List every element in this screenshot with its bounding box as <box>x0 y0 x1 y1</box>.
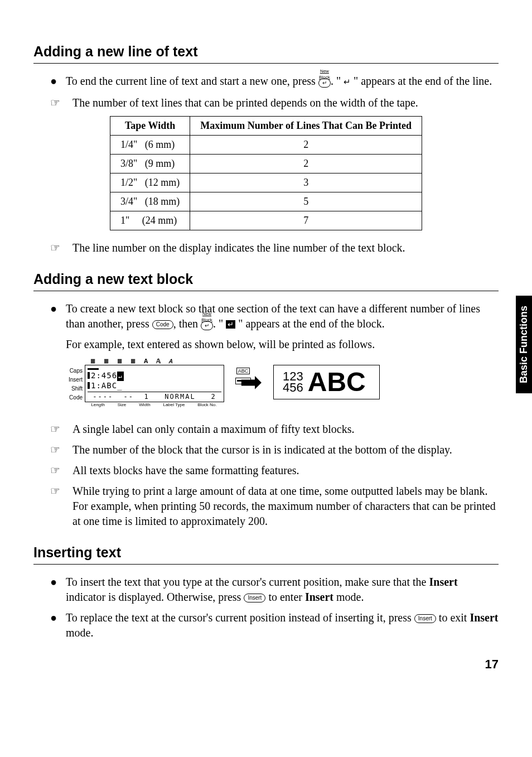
bold-insert: Insert <box>305 591 333 603</box>
bold-insert: Insert <box>429 576 457 588</box>
lcd-body: 2:456↵ 1:ABC_ ---- -- 1 NORMAL 2 <box>85 365 224 402</box>
lcd-caption: Width <box>139 402 150 407</box>
cell-width: 1" (24 mm) <box>110 211 190 230</box>
cell-width: 1/2" (12 mm) <box>110 173 190 192</box>
note-text: The number of text lines that can be pri… <box>72 95 499 110</box>
abc-box-icon: ABC <box>236 368 250 374</box>
lcd-label: Insert <box>61 375 83 384</box>
tape-box-icon <box>235 378 251 384</box>
lcd-status: ---- -- 1 NORMAL 2 <box>88 392 221 401</box>
bullet-content: To insert the text that you type at the … <box>66 575 499 605</box>
lcd-caption: Size <box>118 402 127 407</box>
note-line-count: ☞ The number of text lines that can be p… <box>50 95 499 110</box>
note-marker-icon: ☞ <box>50 240 72 255</box>
text: For example, text entered as shown below… <box>66 338 375 350</box>
bullet-insert-exit: ● To replace the text at the cursor's cu… <box>50 610 499 640</box>
tape-width-table: Tape Width Maximum Number of Lines That … <box>110 116 422 230</box>
bullet-content: To end the current line of text and star… <box>66 74 499 90</box>
note-item: ☞A single label can only contain a maxim… <box>50 422 499 437</box>
printed-col1: 123 456 <box>283 371 303 393</box>
note-marker-icon: ☞ <box>50 95 72 110</box>
lcd-right-icons: ABC <box>235 368 251 385</box>
text: To replace the text at the cursor's curr… <box>66 611 414 624</box>
return-key-icon: ↵ <box>318 79 331 88</box>
note-item: ☞While trying to print a large amount of… <box>50 484 499 529</box>
printed-output: 123 456 ABC <box>273 365 380 399</box>
text: . " <box>213 317 226 330</box>
text: To end the current line of text and star… <box>66 75 318 87</box>
th-tape-width: Tape Width <box>110 116 190 135</box>
text: " appears at the end of the block. <box>235 317 385 330</box>
note-line-number: ☞ The line number on the display indicat… <box>50 240 499 255</box>
note-text: The number of the block that the cursor … <box>72 442 499 457</box>
page-number: 17 <box>33 657 499 672</box>
table-row: 1/4" (6 mm)2 <box>110 135 422 154</box>
insert-key-icon: Insert <box>244 594 265 602</box>
text: " appears at the end of the line. <box>351 75 492 87</box>
bullet-new-line: ● To end the current line of text and st… <box>50 74 499 90</box>
note-item: ☞All texts blocks have the same formatti… <box>50 463 499 478</box>
lcd-side-labels: Caps Insert Shift Code <box>61 367 83 402</box>
cell-lines: 2 <box>190 135 422 154</box>
cell-lines: 7 <box>190 211 422 230</box>
return-glyph-icon: ↵ <box>344 77 351 86</box>
bullet-content: To replace the text at the cursor's curr… <box>66 610 499 640</box>
bullet-content: To create a new text block so that one s… <box>66 301 499 352</box>
bullet-insert-enter: ● To insert the text that you type at th… <box>50 575 499 605</box>
lcd-line: 1:ABC_ <box>88 381 221 390</box>
heading-new-block: Adding a new text block <box>33 271 499 291</box>
text: indicator is displayed. Otherwise, press <box>66 591 244 603</box>
text: mode. <box>333 591 364 603</box>
note-marker-icon: ☞ <box>50 422 72 437</box>
note-marker-icon: ☞ <box>50 442 72 457</box>
cell-width: 3/4" (18 mm) <box>110 192 190 211</box>
printed-abc: ABC <box>308 369 366 396</box>
printed-line: 456 <box>283 382 303 393</box>
bullet-marker: ● <box>50 575 66 605</box>
lcd-caption: Block No. <box>197 402 216 407</box>
lcd-caption: Label Type <box>163 402 185 407</box>
bullet-marker: ● <box>50 74 66 90</box>
text: to enter <box>265 591 305 603</box>
newblock-key: New Block ↵ <box>318 75 331 90</box>
code-key-icon: Code <box>152 320 173 329</box>
lcd-diagram: Caps Insert Shift Code ≣ ≣ ≣ ≣ A 𝔸 𝘈 2:4… <box>61 358 229 407</box>
lcd-label: Code <box>61 393 83 402</box>
cell-lines: 2 <box>190 154 422 173</box>
note-text: All texts blocks have the same formattin… <box>72 463 499 478</box>
return-box-icon: ↵ <box>226 320 235 329</box>
lcd-top-icons: ≣ ≣ ≣ ≣ A 𝔸 𝘈 <box>61 358 229 365</box>
note-item: ☞The number of the block that the cursor… <box>50 442 499 457</box>
cell-lines: 5 <box>190 192 422 211</box>
lcd-bottom-labels: Length Size Width Label Type Block No. <box>85 402 223 407</box>
note-text: While trying to print a large amount of … <box>72 484 499 529</box>
lcd-label: Caps <box>61 367 83 375</box>
note-marker-icon: ☞ <box>50 463 72 478</box>
th-max-lines: Maximum Number of Lines That Can Be Prin… <box>190 116 422 135</box>
table-row: 3/8" (9 mm)2 <box>110 154 422 173</box>
table-row: 1/2" (12 mm)3 <box>110 173 422 192</box>
cell-width: 1/4" (6 mm) <box>110 135 190 154</box>
text: , then <box>173 317 201 330</box>
note-text: A single label can only contain a maximu… <box>72 422 499 437</box>
text: To insert the text that you type at the … <box>66 576 429 588</box>
text: mode. <box>66 626 93 639</box>
heading-inserting: Inserting text <box>33 544 499 565</box>
cell-lines: 3 <box>190 173 422 192</box>
lcd-label: Shift <box>61 384 83 393</box>
newblock-key: New Block ↵ <box>201 317 213 332</box>
lcd-caption: Length <box>91 402 104 407</box>
example-row: Caps Insert Shift Code ≣ ≣ ≣ ≣ A 𝔸 𝘈 2:4… <box>61 358 499 407</box>
table-row: 1" (24 mm)7 <box>110 211 422 230</box>
return-key-icon: ↵ <box>201 321 213 330</box>
bullet-marker: ● <box>50 610 66 640</box>
insert-key-icon: Insert <box>414 614 436 623</box>
side-tab: Basic Functions <box>516 296 532 393</box>
cell-width: 3/8" (9 mm) <box>110 154 190 173</box>
bold-insert: Insert <box>470 611 498 624</box>
note-text: The line number on the display indicates… <box>72 240 499 255</box>
table-row: 3/4" (18 mm)5 <box>110 192 422 211</box>
text: to exit <box>436 611 470 624</box>
lcd-line: 2:456↵ <box>88 371 221 381</box>
bullet-marker: ● <box>50 301 66 352</box>
